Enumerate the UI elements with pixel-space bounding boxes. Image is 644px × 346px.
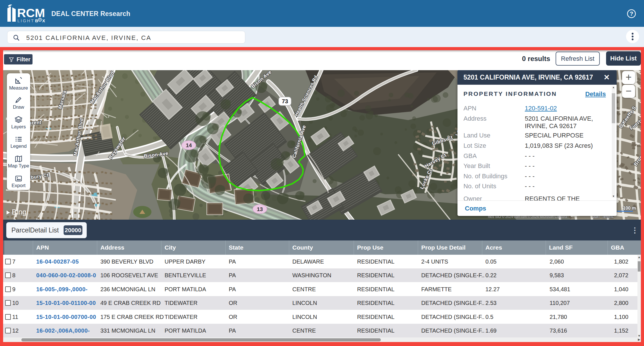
svg-text:X: X [42, 18, 45, 23]
svg-text:14: 14 [186, 142, 192, 148]
svg-text:urent: urent [29, 120, 42, 126]
svg-text:RCM: RCM [17, 6, 45, 20]
svg-text:13: 13 [257, 206, 263, 212]
svg-text:100 m: 100 m [623, 206, 636, 211]
svg-text:Bing: Bing [12, 208, 27, 216]
svg-text:?: ? [630, 11, 633, 17]
svg-text:LIGHT: LIGHT [17, 18, 35, 23]
svg-text:73: 73 [282, 98, 288, 104]
svg-text:B: B [35, 18, 39, 23]
